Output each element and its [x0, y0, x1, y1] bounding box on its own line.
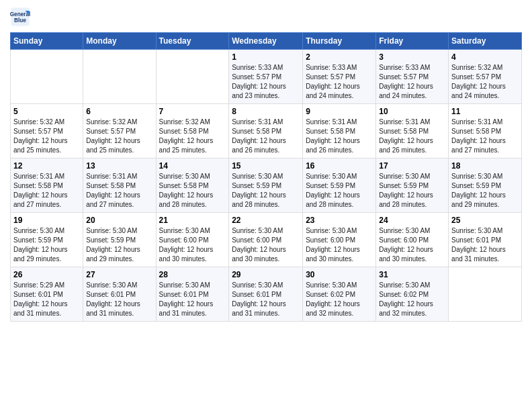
- day-content: Sunrise: 5:30 AM Sunset: 6:02 PM Dayligh…: [306, 281, 373, 318]
- day-number: 4: [451, 52, 519, 62]
- day-content: Sunrise: 5:30 AM Sunset: 6:00 PM Dayligh…: [379, 226, 445, 264]
- day-number: 23: [306, 216, 373, 225]
- day-content: Sunrise: 5:30 AM Sunset: 5:59 PM Dayligh…: [13, 226, 80, 264]
- day-number: 11: [451, 107, 519, 116]
- calendar-cell: 27Sunrise: 5:30 AM Sunset: 6:01 PM Dayli…: [83, 267, 156, 322]
- calendar-cell: 13Sunrise: 5:31 AM Sunset: 5:58 PM Dayli…: [83, 158, 156, 213]
- day-content: Sunrise: 5:33 AM Sunset: 5:57 PM Dayligh…: [306, 63, 373, 101]
- day-number: 31: [379, 270, 445, 279]
- day-content: Sunrise: 5:33 AM Sunset: 5:57 PM Dayligh…: [379, 63, 445, 101]
- day-number: 22: [232, 216, 300, 225]
- day-number: 19: [13, 216, 80, 225]
- day-content: Sunrise: 5:30 AM Sunset: 6:01 PM Dayligh…: [86, 281, 152, 318]
- day-number: 18: [451, 161, 519, 171]
- calendar-cell: 12Sunrise: 5:31 AM Sunset: 5:58 PM Dayli…: [11, 158, 83, 213]
- day-number: 5: [13, 107, 80, 116]
- day-number: 7: [159, 107, 226, 116]
- day-number: 26: [13, 270, 80, 279]
- day-content: Sunrise: 5:32 AM Sunset: 5:57 PM Dayligh…: [13, 118, 80, 155]
- day-content: Sunrise: 5:30 AM Sunset: 6:02 PM Dayligh…: [379, 281, 445, 318]
- calendar-cell: [449, 267, 522, 322]
- day-number: 29: [232, 270, 300, 279]
- day-content: Sunrise: 5:30 AM Sunset: 5:59 PM Dayligh…: [451, 172, 519, 210]
- day-content: Sunrise: 5:32 AM Sunset: 5:58 PM Dayligh…: [159, 118, 226, 155]
- day-content: Sunrise: 5:30 AM Sunset: 5:59 PM Dayligh…: [232, 172, 300, 210]
- page-header: General Blue: [10, 7, 522, 27]
- day-number: 15: [232, 161, 300, 171]
- calendar-cell: 6Sunrise: 5:32 AM Sunset: 5:57 PM Daylig…: [83, 104, 156, 158]
- calendar-cell: 1Sunrise: 5:33 AM Sunset: 5:57 PM Daylig…: [229, 50, 303, 104]
- day-number: 16: [306, 161, 373, 171]
- day-number: 6: [86, 107, 152, 116]
- week-row-5: 26Sunrise: 5:29 AM Sunset: 6:01 PM Dayli…: [11, 267, 522, 322]
- week-row-2: 5Sunrise: 5:32 AM Sunset: 5:57 PM Daylig…: [11, 104, 522, 158]
- day-number: 27: [86, 270, 152, 279]
- day-number: 12: [13, 161, 80, 171]
- calendar-cell: 25Sunrise: 5:30 AM Sunset: 6:01 PM Dayli…: [449, 213, 522, 267]
- calendar-cell: 22Sunrise: 5:30 AM Sunset: 6:00 PM Dayli…: [229, 213, 303, 267]
- calendar-cell: 31Sunrise: 5:30 AM Sunset: 6:02 PM Dayli…: [376, 267, 449, 322]
- header-sunday: Sunday: [11, 33, 83, 50]
- day-content: Sunrise: 5:31 AM Sunset: 5:58 PM Dayligh…: [13, 172, 80, 210]
- calendar-table: SundayMondayTuesdayWednesdayThursdayFrid…: [10, 32, 522, 322]
- calendar-cell: 29Sunrise: 5:30 AM Sunset: 6:01 PM Dayli…: [229, 267, 303, 322]
- calendar-cell: 16Sunrise: 5:30 AM Sunset: 5:59 PM Dayli…: [303, 158, 376, 213]
- calendar-cell: 9Sunrise: 5:31 AM Sunset: 5:58 PM Daylig…: [303, 104, 376, 158]
- day-content: Sunrise: 5:30 AM Sunset: 6:00 PM Dayligh…: [306, 226, 373, 264]
- day-content: Sunrise: 5:30 AM Sunset: 6:00 PM Dayligh…: [232, 226, 300, 264]
- day-number: 25: [451, 216, 519, 225]
- day-content: Sunrise: 5:30 AM Sunset: 5:59 PM Dayligh…: [306, 172, 373, 210]
- header-monday: Monday: [83, 33, 156, 50]
- week-row-3: 12Sunrise: 5:31 AM Sunset: 5:58 PM Dayli…: [11, 158, 522, 213]
- day-content: Sunrise: 5:30 AM Sunset: 6:01 PM Dayligh…: [451, 226, 519, 264]
- calendar-cell: 23Sunrise: 5:30 AM Sunset: 6:00 PM Dayli…: [303, 213, 376, 267]
- calendar-cell: 11Sunrise: 5:31 AM Sunset: 5:58 PM Dayli…: [449, 104, 522, 158]
- day-number: 21: [159, 216, 226, 225]
- day-content: Sunrise: 5:32 AM Sunset: 5:57 PM Dayligh…: [86, 118, 152, 155]
- calendar-cell: 21Sunrise: 5:30 AM Sunset: 6:00 PM Dayli…: [156, 213, 229, 267]
- calendar-cell: 15Sunrise: 5:30 AM Sunset: 5:59 PM Dayli…: [229, 158, 303, 213]
- day-number: 9: [306, 107, 373, 116]
- calendar-cell: [11, 50, 83, 104]
- week-row-4: 19Sunrise: 5:30 AM Sunset: 5:59 PM Dayli…: [11, 213, 522, 267]
- day-content: Sunrise: 5:31 AM Sunset: 5:58 PM Dayligh…: [451, 118, 519, 155]
- day-number: 3: [379, 52, 445, 62]
- calendar-cell: 3Sunrise: 5:33 AM Sunset: 5:57 PM Daylig…: [376, 50, 449, 104]
- day-number: 8: [232, 107, 300, 116]
- calendar-header-row: SundayMondayTuesdayWednesdayThursdayFrid…: [11, 33, 522, 50]
- calendar-cell: 17Sunrise: 5:30 AM Sunset: 5:59 PM Dayli…: [376, 158, 449, 213]
- header-friday: Friday: [376, 33, 449, 50]
- calendar-cell: 8Sunrise: 5:31 AM Sunset: 5:58 PM Daylig…: [229, 104, 303, 158]
- calendar-cell: 28Sunrise: 5:30 AM Sunset: 6:01 PM Dayli…: [156, 267, 229, 322]
- day-content: Sunrise: 5:31 AM Sunset: 5:58 PM Dayligh…: [379, 118, 445, 155]
- day-content: Sunrise: 5:31 AM Sunset: 5:58 PM Dayligh…: [306, 118, 373, 155]
- calendar-cell: [83, 50, 156, 104]
- day-number: 17: [379, 161, 445, 171]
- day-content: Sunrise: 5:30 AM Sunset: 5:58 PM Dayligh…: [159, 172, 226, 210]
- svg-text:Blue: Blue: [14, 17, 26, 24]
- day-number: 28: [159, 270, 226, 279]
- calendar-cell: 19Sunrise: 5:30 AM Sunset: 5:59 PM Dayli…: [11, 213, 83, 267]
- calendar-cell: 2Sunrise: 5:33 AM Sunset: 5:57 PM Daylig…: [303, 50, 376, 104]
- logo: General Blue: [10, 7, 33, 27]
- calendar-cell: 18Sunrise: 5:30 AM Sunset: 5:59 PM Dayli…: [449, 158, 522, 213]
- header-tuesday: Tuesday: [156, 33, 229, 50]
- day-content: Sunrise: 5:33 AM Sunset: 5:57 PM Dayligh…: [232, 63, 300, 101]
- calendar-cell: 10Sunrise: 5:31 AM Sunset: 5:58 PM Dayli…: [376, 104, 449, 158]
- calendar-cell: 7Sunrise: 5:32 AM Sunset: 5:58 PM Daylig…: [156, 104, 229, 158]
- day-number: 24: [379, 216, 445, 225]
- header-thursday: Thursday: [303, 33, 376, 50]
- calendar-cell: 4Sunrise: 5:32 AM Sunset: 5:57 PM Daylig…: [449, 50, 522, 104]
- calendar-cell: 5Sunrise: 5:32 AM Sunset: 5:57 PM Daylig…: [11, 104, 83, 158]
- logo-icon: General Blue: [10, 7, 30, 27]
- day-number: 20: [86, 216, 152, 225]
- day-content: Sunrise: 5:32 AM Sunset: 5:57 PM Dayligh…: [451, 63, 519, 101]
- day-content: Sunrise: 5:30 AM Sunset: 6:00 PM Dayligh…: [159, 226, 226, 264]
- day-content: Sunrise: 5:30 AM Sunset: 6:01 PM Dayligh…: [159, 281, 226, 318]
- day-number: 1: [232, 52, 300, 62]
- header-wednesday: Wednesday: [229, 33, 303, 50]
- calendar-cell: 26Sunrise: 5:29 AM Sunset: 6:01 PM Dayli…: [11, 267, 83, 322]
- day-number: 2: [306, 52, 373, 62]
- calendar-cell: 20Sunrise: 5:30 AM Sunset: 5:59 PM Dayli…: [83, 213, 156, 267]
- calendar-cell: 24Sunrise: 5:30 AM Sunset: 6:00 PM Dayli…: [376, 213, 449, 267]
